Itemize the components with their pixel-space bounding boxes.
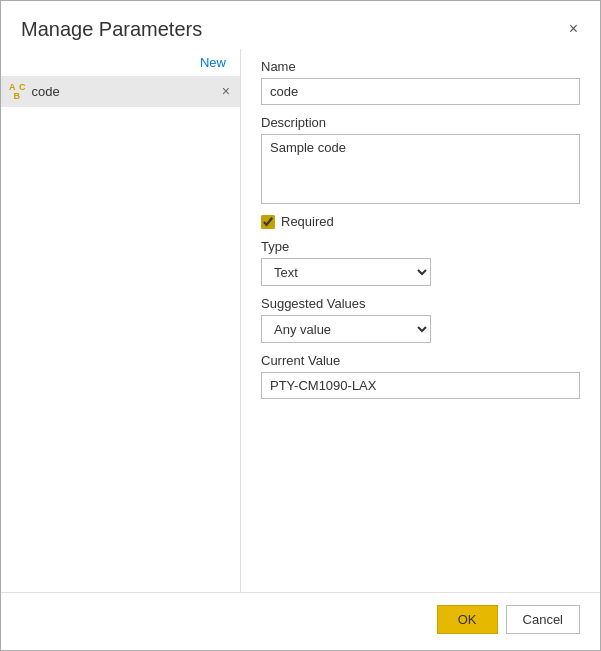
parameter-list: ABC code × bbox=[1, 76, 240, 592]
current-value-field-group: Current Value bbox=[261, 353, 580, 399]
description-label: Description bbox=[261, 115, 580, 130]
required-row: Required bbox=[261, 214, 580, 229]
name-label: Name bbox=[261, 59, 580, 74]
suggested-values-field-group: Suggested Values Any value List of value… bbox=[261, 296, 580, 343]
type-select[interactable]: Text Number Date True/False bbox=[261, 258, 431, 286]
required-checkbox[interactable] bbox=[261, 215, 275, 229]
parameter-type-icon: ABC bbox=[9, 82, 26, 101]
new-parameter-button[interactable]: New bbox=[196, 53, 230, 72]
left-panel-header: New bbox=[1, 49, 240, 76]
type-label: Type bbox=[261, 239, 580, 254]
suggested-values-label: Suggested Values bbox=[261, 296, 580, 311]
required-label: Required bbox=[281, 214, 334, 229]
dialog-title: Manage Parameters bbox=[21, 18, 202, 41]
cancel-button[interactable]: Cancel bbox=[506, 605, 580, 634]
parameter-name-label: code bbox=[32, 84, 220, 99]
current-value-label: Current Value bbox=[261, 353, 580, 368]
remove-parameter-button[interactable]: × bbox=[220, 84, 232, 98]
left-panel: New ABC code × bbox=[1, 49, 241, 592]
current-value-input[interactable] bbox=[261, 372, 580, 399]
description-field-group: Description bbox=[261, 115, 580, 204]
name-input[interactable] bbox=[261, 78, 580, 105]
right-panel: Name Description Required Type Text Numb… bbox=[241, 49, 600, 592]
manage-parameters-dialog: Manage Parameters × New ABC code × Name bbox=[0, 0, 601, 651]
dialog-body: New ABC code × Name Description bbox=[1, 49, 600, 592]
list-item[interactable]: ABC code × bbox=[1, 76, 240, 107]
ok-button[interactable]: OK bbox=[437, 605, 498, 634]
close-button[interactable]: × bbox=[563, 17, 584, 41]
dialog-footer: OK Cancel bbox=[1, 592, 600, 650]
description-textarea[interactable] bbox=[261, 134, 580, 204]
title-bar: Manage Parameters × bbox=[1, 1, 600, 49]
name-field-group: Name bbox=[261, 59, 580, 105]
suggested-values-select[interactable]: Any value List of values bbox=[261, 315, 431, 343]
type-field-group: Type Text Number Date True/False bbox=[261, 239, 580, 286]
